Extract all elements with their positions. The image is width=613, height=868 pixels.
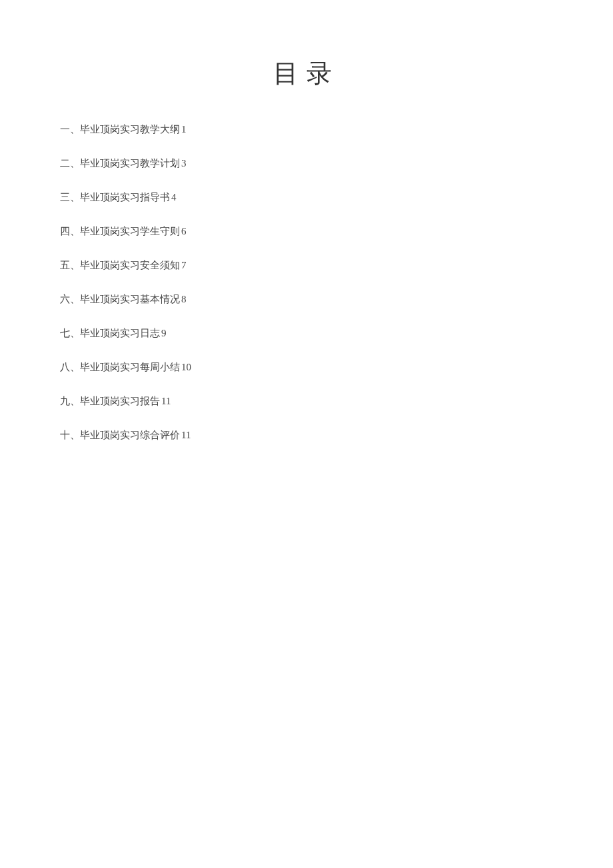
toc-item: 四、毕业顶岗实习学生守则6 (60, 224, 553, 238)
toc-item-page: 4 (171, 192, 177, 203)
toc-item: 九、毕业顶岗实习报告11 (60, 394, 553, 408)
toc-item: 二、毕业顶岗实习教学计划3 (60, 157, 553, 171)
toc-item-page: 7 (181, 260, 187, 270)
toc-item-label: 一、毕业顶岗实习教学大纲 (60, 124, 180, 135)
toc-item-label: 八、毕业顶岗实习每周小结 (60, 362, 180, 372)
toc-item: 八、毕业顶岗实习每周小结10 (60, 360, 553, 374)
toc-item-label: 二、毕业顶岗实习教学计划 (60, 158, 180, 169)
toc-item-label: 四、毕业顶岗实习学生守则 (60, 226, 180, 236)
toc-item: 六、毕业顶岗实习基本情况8 (60, 292, 553, 306)
toc-item-page: 11 (161, 396, 171, 406)
toc-item-label: 三、毕业顶岗实习指导书 (60, 192, 170, 203)
toc-item: 五、毕业顶岗实习安全须知7 (60, 258, 553, 272)
toc-item-page: 9 (161, 328, 167, 338)
toc-item-label: 九、毕业顶岗实习报告 (60, 396, 160, 406)
toc-item-label: 十、毕业顶岗实习综合评价 (60, 430, 180, 440)
toc-item-page: 6 (181, 226, 187, 236)
toc-item-label: 七、毕业顶岗实习日志 (60, 328, 160, 338)
table-of-contents: 一、毕业顶岗实习教学大纲1 二、毕业顶岗实习教学计划3 三、毕业顶岗实习指导书4… (60, 123, 553, 442)
toc-item: 一、毕业顶岗实习教学大纲1 (60, 123, 553, 137)
page-title: 目录 (60, 57, 553, 91)
toc-item: 三、毕业顶岗实习指导书4 (60, 191, 553, 205)
toc-item: 十、毕业顶岗实习综合评价11 (60, 428, 553, 442)
toc-item-page: 3 (181, 158, 187, 169)
toc-item-label: 六、毕业顶岗实习基本情况 (60, 294, 180, 304)
toc-item-page: 1 (181, 124, 187, 135)
toc-item-page: 11 (181, 430, 191, 440)
toc-item-page: 10 (181, 362, 191, 372)
toc-item-label: 五、毕业顶岗实习安全须知 (60, 260, 180, 270)
toc-item: 七、毕业顶岗实习日志9 (60, 326, 553, 340)
toc-item-page: 8 (181, 294, 187, 304)
